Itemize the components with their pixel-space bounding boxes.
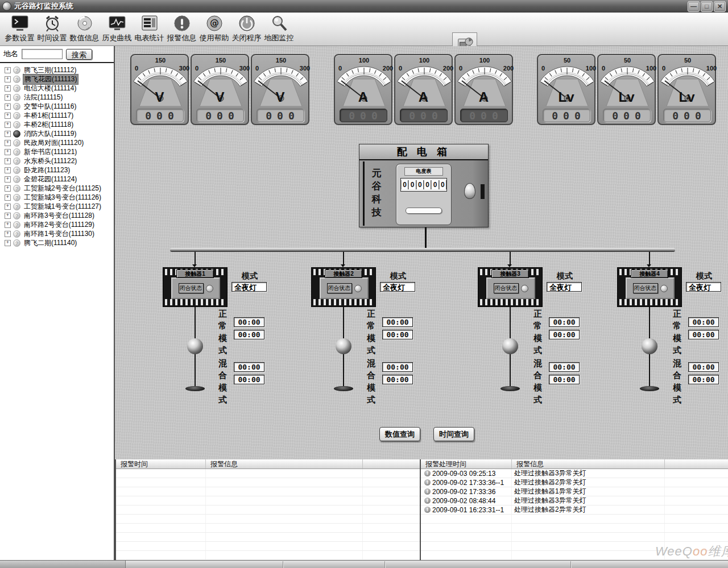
tree-item[interactable]: +消防大队(111119) xyxy=(0,129,114,138)
contactor-status-button[interactable]: 闭合状态 xyxy=(633,283,658,293)
tree-item[interactable]: +?民政局对面(111120) xyxy=(0,138,114,147)
table-row[interactable]: !2009-09-02 17:33:36处理过接触器1异常关灯 xyxy=(421,487,728,496)
tree-item[interactable]: +?工贸新城1号变台(111127) xyxy=(0,202,114,211)
expand-plus-icon[interactable]: + xyxy=(5,204,11,210)
expand-plus-icon[interactable]: + xyxy=(5,149,11,155)
tree-item[interactable]: +?南环路1号变台(111130) xyxy=(0,229,114,238)
table-row[interactable] xyxy=(116,515,420,524)
expand-plus-icon[interactable]: + xyxy=(5,213,11,219)
expand-plus-icon[interactable]: + xyxy=(5,231,11,237)
toolbar-button-meter-stats[interactable]: 电表统计 xyxy=(133,13,166,44)
table-row[interactable]: !2009-09-03 09:25:13处理过接触器3异常关灯 xyxy=(421,469,728,478)
table-row[interactable] xyxy=(116,551,420,560)
cell-message xyxy=(206,487,363,496)
tree-item[interactable]: +?水东桥头(111122) xyxy=(0,156,114,165)
expand-plus-icon[interactable]: + xyxy=(5,131,11,137)
toolbar-button-time[interactable]: 时间设置 xyxy=(36,13,68,44)
contactor-status-button[interactable]: 闭合状态 xyxy=(179,283,204,293)
lamp-ball[interactable] xyxy=(642,338,657,354)
table-row[interactable] xyxy=(116,478,420,487)
expand-plus-icon[interactable]: + xyxy=(5,140,11,146)
expand-plus-icon[interactable]: + xyxy=(5,122,11,128)
cell-message xyxy=(206,478,363,487)
expand-plus-icon[interactable]: + xyxy=(5,94,11,101)
toolbar-button-history[interactable]: 历史曲线 xyxy=(101,13,133,44)
table-row[interactable] xyxy=(116,524,420,533)
mode-value-box[interactable]: 全夜灯 xyxy=(547,282,582,292)
table-row[interactable] xyxy=(116,487,420,496)
tree-item[interactable]: +?金碧花园(111124) xyxy=(0,175,114,184)
mode-value-box[interactable]: 全夜灯 xyxy=(231,282,267,292)
tree-item[interactable]: +?卧龙路(111123) xyxy=(0,165,114,175)
value-query-button[interactable]: 数值查询 xyxy=(379,427,420,441)
tree-item[interactable]: +?丰桥2柜(111118) xyxy=(0,120,114,129)
tree-item[interactable]: +?南环路2号变台(111129) xyxy=(0,220,114,229)
svg-text:200: 200 xyxy=(383,65,393,72)
tree-item[interactable]: +?交警中队(111116) xyxy=(0,102,114,111)
column-header[interactable]: 报警时间 xyxy=(116,459,206,469)
tree-item[interactable]: +?电信大楼(111114) xyxy=(0,84,114,93)
cell-empty xyxy=(665,533,728,541)
tree-item[interactable]: +?新华书店(111121) xyxy=(0,147,114,156)
expand-plus-icon[interactable]: + xyxy=(5,76,11,82)
table-row[interactable] xyxy=(421,515,728,524)
table-row[interactable] xyxy=(421,533,728,542)
table-row[interactable]: !2009-09-01 16:23:31--1处理过接触器2异常关灯 xyxy=(421,505,728,515)
mode-value-box[interactable]: 全夜灯 xyxy=(686,282,721,292)
table-row[interactable] xyxy=(116,469,420,478)
column-header[interactable]: 报警信息 xyxy=(206,459,363,469)
expand-plus-icon[interactable]: + xyxy=(5,185,11,192)
column-header[interactable]: 报警处理时间 xyxy=(421,459,512,469)
table-row[interactable]: !2009-09-02 08:48:44处理过接触器3异常关灯 xyxy=(421,496,728,505)
expand-plus-icon[interactable]: + xyxy=(5,158,11,164)
column-header[interactable] xyxy=(363,459,420,469)
table-row[interactable] xyxy=(116,542,420,551)
search-input[interactable] xyxy=(22,49,63,59)
contactor-status-button[interactable]: 闭合状态 xyxy=(327,283,352,293)
toolbar-button-values[interactable]: 数值信息 xyxy=(68,13,101,44)
toolbar-button-exit[interactable]: 关闭程序 xyxy=(230,13,263,44)
expand-plus-icon[interactable]: + xyxy=(5,176,11,183)
toolbar-button-map-monitor[interactable]: 地图监控 xyxy=(263,13,295,44)
indicator-lamp-icon xyxy=(206,285,213,292)
column-header[interactable] xyxy=(665,459,728,469)
table-row[interactable] xyxy=(421,524,728,533)
expand-plus-icon[interactable]: + xyxy=(5,240,11,246)
tree-item[interactable]: +?法院(111115) xyxy=(0,93,114,102)
tree-item[interactable]: +?南环路3号变台(111128) xyxy=(0,211,114,220)
table-row[interactable] xyxy=(116,533,420,542)
toolbar-button-params[interactable]: 参数设置 xyxy=(3,13,36,44)
expand-plus-icon[interactable]: + xyxy=(5,167,11,173)
table-row[interactable] xyxy=(116,496,420,505)
expand-plus-icon[interactable]: + xyxy=(5,113,11,119)
expand-plus-icon[interactable]: + xyxy=(5,194,11,201)
maximize-button[interactable]: □ xyxy=(701,1,713,12)
expand-plus-icon[interactable]: + xyxy=(5,103,11,110)
lamp-ball[interactable] xyxy=(336,338,351,354)
minimize-button[interactable]: — xyxy=(688,1,700,12)
contactor-status-button[interactable]: 闭合状态 xyxy=(494,283,519,293)
status-bar-divider xyxy=(283,561,283,568)
expand-plus-icon[interactable]: + xyxy=(5,222,11,228)
toolbar-button-alarm-info[interactable]: 报警信息 xyxy=(166,13,198,44)
tree-item[interactable]: +?腾飞花园(111113) xyxy=(0,74,114,84)
toolbar-button-help[interactable]: @使用帮助 xyxy=(198,13,230,44)
svg-text:150: 150 xyxy=(276,57,286,64)
tree-item[interactable]: +?丰桥1柜(111117) xyxy=(0,111,114,120)
table-row[interactable] xyxy=(116,505,420,515)
expand-plus-icon[interactable]: + xyxy=(5,67,11,73)
tree-item[interactable]: +?腾飞二期(111140) xyxy=(0,238,114,247)
mode-value-box[interactable]: 全夜灯 xyxy=(380,282,415,292)
tree-item[interactable]: +?工贸新城2号变台(111125) xyxy=(0,184,114,193)
lamp-ball[interactable] xyxy=(502,338,518,354)
tree-item[interactable]: +?工贸新城3号变台(111126) xyxy=(0,193,114,202)
search-row: 地名 搜索 xyxy=(0,46,114,63)
table-row[interactable]: !2009-09-02 17:33:36--1处理过接触器2异常关灯 xyxy=(421,478,728,487)
lamp-ball[interactable] xyxy=(187,338,203,354)
expand-plus-icon[interactable]: + xyxy=(5,85,11,92)
time-query-button[interactable]: 时间查询 xyxy=(433,427,474,441)
cell-message xyxy=(512,551,665,559)
column-header[interactable]: 报警信息 xyxy=(512,459,665,469)
close-button[interactable]: ✕ xyxy=(714,1,726,12)
search-button[interactable]: 搜索 xyxy=(66,49,92,60)
